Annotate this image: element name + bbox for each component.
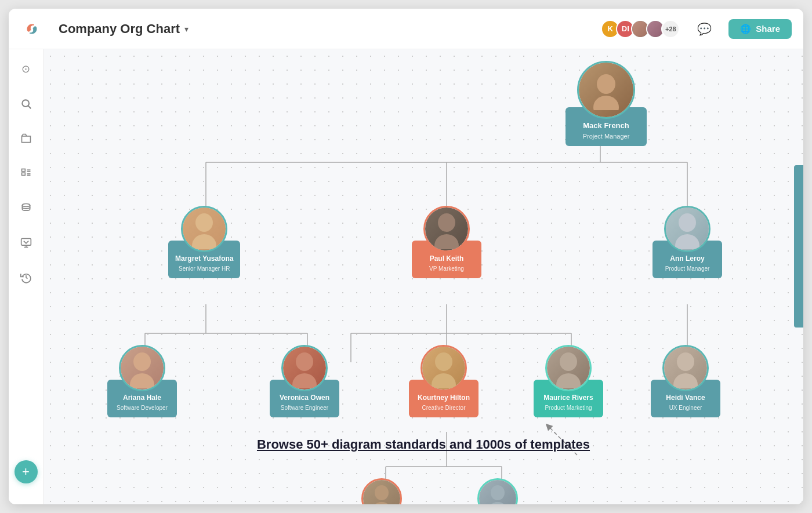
share-icon: 🌐 xyxy=(740,24,751,34)
name-ariana: Ariana Hale xyxy=(114,394,170,403)
svg-rect-3 xyxy=(21,169,25,172)
role-heidi: UX Engineer xyxy=(658,404,713,412)
svg-point-39 xyxy=(192,234,216,249)
role-margret: Senior Manager HR xyxy=(175,265,233,272)
svg-point-42 xyxy=(679,213,696,232)
svg-point-49 xyxy=(432,373,456,388)
svg-point-45 xyxy=(130,373,154,388)
svg-point-40 xyxy=(438,213,455,232)
node-heidi[interactable]: Heidi Vance UX Engineer xyxy=(651,345,720,417)
name-heidi: Heidi Vance xyxy=(658,394,713,403)
svg-line-14 xyxy=(26,278,28,279)
chevron-down-icon[interactable]: ▾ xyxy=(184,24,188,34)
collaborators: K DI +28 xyxy=(601,20,680,38)
doc-title: Company Org Chart xyxy=(59,21,180,37)
role-paul: VP Marketing xyxy=(419,265,474,272)
node-ariana[interactable]: Ariana Hale Software Developer xyxy=(107,345,177,417)
photo-heidi xyxy=(662,345,709,391)
node-vivien[interactable]: Vivien Wills Video Production xyxy=(350,478,414,504)
sidebar-icon-history[interactable] xyxy=(16,267,37,288)
node-veronica[interactable]: Veronica Owen Software Engineer xyxy=(270,345,339,417)
role-maurice: Product Marketing xyxy=(541,404,596,412)
photo-margret xyxy=(181,206,227,252)
add-button[interactable]: + xyxy=(14,460,38,483)
svg-point-47 xyxy=(292,373,317,388)
svg-point-55 xyxy=(371,502,392,504)
title-area: Company Org Chart ▾ xyxy=(59,21,188,37)
svg-rect-0 xyxy=(20,17,44,41)
svg-point-1 xyxy=(22,100,29,107)
node-mack-french[interactable]: Mack French Project Manager xyxy=(566,61,647,146)
photo-vivien xyxy=(361,478,402,504)
name-maurice: Maurice Rivers xyxy=(541,394,596,403)
svg-point-56 xyxy=(491,485,505,500)
logo[interactable] xyxy=(20,17,44,41)
name-kourtney: Kourtney Hilton xyxy=(416,394,472,403)
canvas[interactable]: Mack French Project Manager Margret Yusa… xyxy=(44,49,803,504)
photo-ann xyxy=(664,206,710,252)
sidebar-icon-compass[interactable]: ⊙ xyxy=(16,59,37,79)
sidebar-icon-database[interactable] xyxy=(16,198,37,219)
svg-point-48 xyxy=(435,352,452,371)
cta-overlay[interactable]: Browse 50+ diagram standards and 1000s o… xyxy=(257,437,590,452)
cta-text[interactable]: Browse 50+ diagram standards and 1000s o… xyxy=(257,437,590,452)
main-area: ⊙ xyxy=(9,49,803,504)
role-ann: Product Manager xyxy=(659,265,715,272)
node-kourtney[interactable]: Kourtney Hilton Creative Director xyxy=(409,345,478,417)
svg-point-54 xyxy=(375,485,389,500)
svg-point-41 xyxy=(434,234,459,249)
svg-point-46 xyxy=(296,352,313,371)
node-margret[interactable]: Margret Yusafona Senior Manager HR xyxy=(168,206,240,278)
header: Company Org Chart ▾ K DI +28 💬 🌐 Share xyxy=(9,9,803,49)
node-maurice[interactable]: Maurice Rivers Product Marketing xyxy=(534,345,603,417)
role-ariana: Software Developer xyxy=(114,404,170,412)
name-margret: Margret Yusafona xyxy=(175,254,233,264)
svg-point-38 xyxy=(195,213,213,232)
svg-point-51 xyxy=(556,373,581,388)
role-kourtney: Creative Director xyxy=(416,404,472,412)
node-paul[interactable]: Paul Keith VP Marketing xyxy=(412,206,481,278)
node-ann[interactable]: Ann Leroy Product Manager xyxy=(652,206,722,278)
svg-point-37 xyxy=(593,96,619,110)
sidebar-icon-grid[interactable] xyxy=(16,163,37,184)
name-ann: Ann Leroy xyxy=(659,254,715,264)
share-label: Share xyxy=(756,24,780,34)
sidebar-icon-presentation[interactable] xyxy=(16,232,37,253)
sidebar-icon-search[interactable] xyxy=(16,93,37,114)
photo-maurice xyxy=(545,345,592,391)
name-mack: Mack French xyxy=(572,121,640,131)
node-nick[interactable]: Nick Lewis Marketing xyxy=(466,478,530,504)
role-veronica: Software Engineer xyxy=(277,404,332,412)
role-mack: Project Manager xyxy=(572,132,640,140)
svg-rect-4 xyxy=(21,173,25,175)
photo-veronica xyxy=(281,345,328,391)
svg-line-2 xyxy=(28,106,31,109)
svg-point-52 xyxy=(677,352,694,371)
sidebar-icon-folder[interactable] xyxy=(16,128,37,149)
photo-ariana xyxy=(119,345,165,391)
photo-paul xyxy=(423,206,470,252)
svg-rect-10 xyxy=(21,239,31,246)
photo-mack xyxy=(577,61,635,119)
side-accent xyxy=(794,165,803,328)
comment-button[interactable]: 💬 xyxy=(694,19,715,39)
collaborator-count: +28 xyxy=(661,20,680,38)
name-paul: Paul Keith xyxy=(419,254,474,264)
svg-point-44 xyxy=(133,352,151,371)
svg-point-43 xyxy=(675,234,699,249)
share-button[interactable]: 🌐 Share xyxy=(728,19,792,39)
svg-point-36 xyxy=(597,74,615,94)
name-veronica: Veronica Owen xyxy=(277,394,332,403)
photo-nick xyxy=(477,478,518,504)
svg-point-57 xyxy=(487,502,508,504)
svg-point-9 xyxy=(22,204,30,207)
svg-point-50 xyxy=(560,352,577,371)
sidebar: ⊙ xyxy=(9,49,44,504)
photo-kourtney xyxy=(420,345,467,391)
svg-point-53 xyxy=(673,373,698,388)
